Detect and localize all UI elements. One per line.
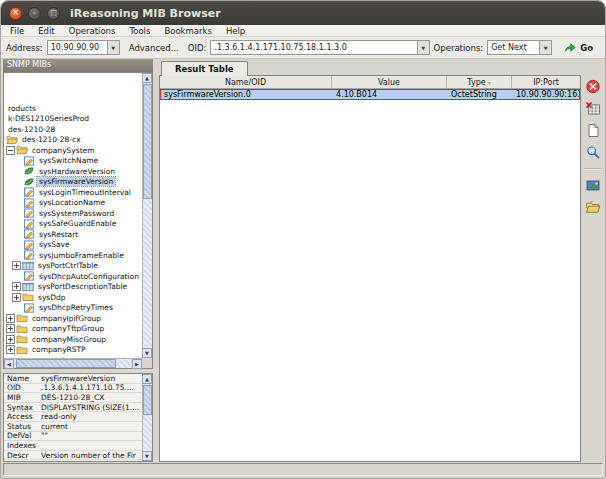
tree-item[interactable]: sysRestart [4,229,142,240]
address-combo[interactable]: 10.90.90.90 ▼ [47,40,120,55]
window-close-icon[interactable]: × [9,7,22,20]
scroll-down-icon[interactable]: ▼ [142,451,152,461]
scrollbar-thumb[interactable] [143,84,152,199]
properties-vertical-scrollbar[interactable]: ▲ ▼ [142,374,152,461]
column-header-value[interactable]: Value [332,76,447,88]
scroll-down-icon[interactable]: ▼ [142,348,152,358]
scroll-up-icon[interactable]: ▲ [142,73,152,83]
leaf-icon [23,177,35,187]
result-table-header: Name/OIDValueType▿IP:Port [160,76,580,89]
plus-expander-icon[interactable] [12,282,21,291]
plus-expander-icon[interactable] [6,324,15,333]
status-bar [3,463,603,476]
oid-value[interactable]: .1.3.6.1.4.1.171.10.75.18.1.1.3.0 [210,40,416,55]
edit-icon [23,271,35,281]
menu-edit[interactable]: Edit [31,26,61,36]
menu-bookmarks[interactable]: Bookmarks [157,26,219,36]
scroll-right-icon[interactable]: ▶ [132,359,142,369]
address-value[interactable]: 10.90.90.90 [47,40,107,55]
plus-expander-icon[interactable] [6,345,15,354]
stop-icon[interactable] [585,79,601,94]
property-row: Accessread-only [4,412,142,422]
scroll-left-icon[interactable]: ◀ [4,359,14,369]
property-value: current [41,422,142,431]
tree-item[interactable]: sysDhcpAutoConfiguration [4,271,142,282]
minus-expander-icon[interactable] [6,146,15,155]
column-header-type[interactable]: Type▿ [447,76,512,88]
folder-closed-icon [22,292,34,302]
tree-item[interactable]: k-DES1210SeriesProd [4,114,142,125]
tree-item[interactable]: des-1210-28 [4,124,142,135]
property-label: DefVal [4,431,41,440]
mib-panel: SNMP MIBs roductsk-DES1210SeriesProddes-… [3,59,153,462]
menu-operations[interactable]: Operations [62,26,123,36]
plus-expander-icon[interactable] [12,261,21,270]
window-maximize-icon[interactable]: □ [47,7,60,20]
tree-item[interactable]: sysDdp [4,292,142,303]
tree-item[interactable]: sysHardwareVersion [4,166,142,177]
scrollbar-thumb[interactable] [16,359,116,368]
window-minimize-icon[interactable]: – [28,7,41,20]
column-header-nameoid[interactable]: Name/OID [160,76,332,88]
operations-combo[interactable]: Get Next ▼ [487,40,552,55]
magnifier-icon[interactable] [585,145,601,160]
result-row[interactable]: sysFirmwareVersion.04.10.B014OctetString… [160,89,580,100]
tree-item[interactable]: des-1210-28-cx [4,135,142,146]
tree-item-label: companyTftpGroup [30,324,106,333]
tree-horizontal-scrollbar[interactable]: ◀ ▶ [4,358,142,368]
advanced-button[interactable]: Advanced... [124,43,184,53]
scrollbar-thumb[interactable] [143,385,152,415]
property-value: .1.3.6.1.4.1.171.10.75.... [41,383,142,392]
tree-item[interactable]: sysPortDescriptionTable [4,282,142,293]
tree-item[interactable]: sysSave [4,240,142,251]
property-row: MIBDES-1210-28_CX [4,393,142,403]
tree-item[interactable]: companyRSTP [4,345,142,356]
operations-dropdown-arrow-icon[interactable]: ▼ [539,40,552,55]
tab-result-table[interactable]: Result Table [161,61,248,76]
result-cell: OctetString [448,90,513,99]
oid-combo[interactable]: .1.3.6.1.4.1.171.10.75.18.1.1.3.0 ▼ [210,40,429,55]
tree-item[interactable]: roducts [4,103,142,114]
tree-item[interactable]: sysPortCtrlTable [4,261,142,272]
property-label: Access [4,412,41,421]
tree-item-label: sysRestart [37,230,80,239]
property-value: sysFirmwareVersion [41,374,142,383]
column-header-ipport[interactable]: IP:Port [512,76,580,88]
tree-item[interactable]: sysLoginTimeoutInterval [4,187,142,198]
tree-item[interactable]: sysSafeGuardEnable [4,219,142,230]
result-tab-bar: Result Table [159,59,603,75]
scroll-up-icon[interactable]: ▲ [142,374,152,384]
tree-item[interactable]: companyIpifGroup [4,313,142,324]
document-icon[interactable] [585,123,601,138]
folder-closed-icon [16,324,28,334]
menu-file[interactable]: File [3,26,31,36]
tree-item[interactable]: sysSwitchName [4,156,142,167]
tree-vertical-scrollbar[interactable]: ▲ ▼ [142,73,152,358]
picture-icon[interactable] [585,178,601,193]
operations-label: Operations: [434,43,484,53]
tree-item[interactable]: companySystem [4,145,142,156]
menu-tools[interactable]: Tools [122,26,157,36]
operation-value[interactable]: Get Next [487,40,539,55]
tree-item[interactable]: sysLocationName [4,198,142,209]
menu-help[interactable]: Help [219,26,252,36]
clear-table-icon[interactable] [585,101,601,116]
open-folder-icon[interactable] [585,200,601,215]
plus-expander-icon[interactable] [12,293,21,302]
result-panel: Result Table Name/OIDValueType▿IP:Port s… [159,59,603,462]
tree-item[interactable]: companyTftpGroup [4,324,142,335]
go-button[interactable]: Go [556,42,600,53]
tree-item[interactable]: companyMiscGroup [4,334,142,345]
plus-expander-icon[interactable] [6,314,15,323]
tree-item[interactable]: sysFirmwareVersion [4,177,142,188]
tree-item-label: sysHardwareVersion [37,167,117,176]
tree-item[interactable]: sysDhcpRetryTimes [4,303,142,314]
tree-item[interactable]: sysJumboFrameEnable [4,250,142,261]
property-label: OID [4,383,41,392]
column-header-label: Type [467,78,485,87]
scrollbar-corner [142,358,152,368]
oid-dropdown-arrow-icon[interactable]: ▼ [417,40,430,55]
tree-item[interactable]: sysSystemPassword [4,208,142,219]
address-dropdown-arrow-icon[interactable]: ▼ [107,40,120,55]
plus-expander-icon[interactable] [6,335,15,344]
